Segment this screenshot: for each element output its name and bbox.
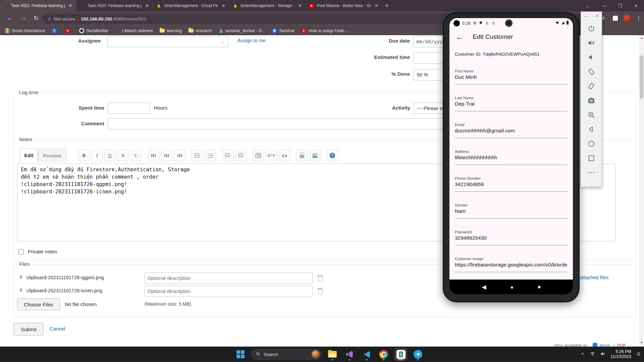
emulator-button[interactable] [394, 348, 407, 361]
reload-button[interactable]: ↻ [34, 14, 39, 22]
bookmark-redmine[interactable]: Lifetech redmine [115, 28, 153, 33]
assignee-select[interactable]: ⌄ [107, 36, 228, 47]
volume-down-icon[interactable] [587, 53, 596, 62]
strikethrough-button[interactable]: S [117, 150, 129, 161]
numbered-list-button[interactable]: 123 [205, 150, 216, 161]
last-name-field[interactable]: Last Name Dep Trai [455, 96, 568, 111]
preformatted-button[interactable]: pre [266, 150, 277, 161]
emulator-back-icon[interactable] [587, 125, 596, 134]
new-tab-button[interactable]: + [385, 2, 389, 9]
zoom-icon[interactable] [587, 111, 596, 119]
customer-image-field[interactable]: Customer Image https://firebasestorage.g… [455, 257, 568, 272]
tab-task-521[interactable]: Task #521: Firebase learning pha ✕ [0, 0, 76, 11]
start-button[interactable] [234, 348, 247, 361]
h1-button[interactable]: H1 [148, 150, 159, 161]
telegram-button[interactable] [412, 348, 424, 361]
assign-to-me-link[interactable]: Assign to me [237, 38, 266, 43]
italic-button[interactable]: I [91, 150, 103, 161]
insert-image-button[interactable] [309, 150, 321, 161]
tray-chevron-icon[interactable] [580, 351, 585, 357]
bookmark-research[interactable]: research [189, 28, 212, 33]
tab-close-icon[interactable]: ✕ [144, 3, 150, 8]
extension-icon[interactable] [613, 16, 618, 21]
taskbar-search[interactable]: Search [251, 349, 322, 360]
help-button[interactable]: ? [327, 150, 338, 161]
window-minimize-icon[interactable]: — [602, 0, 607, 11]
taskbar-clock[interactable]: 5:26 PM 11/10/2023 [610, 349, 631, 359]
h2-button[interactable]: H2 [161, 150, 172, 161]
tab-youtube[interactable]: Post Malone - Better Now - You ✕ [306, 0, 382, 11]
bold-button[interactable]: B [78, 150, 90, 161]
h3-button[interactable]: H3 [174, 150, 185, 161]
tab-cloud-firestore[interactable]: OrderManagement - Cloud Fires ✕ [153, 0, 229, 11]
tab-edit[interactable]: Edit [20, 148, 38, 162]
window-restore-icon[interactable]: ❐ [618, 0, 622, 11]
more-options-icon[interactable] [587, 168, 596, 177]
attach-image-button[interactable] [296, 150, 308, 161]
first-name-field[interactable]: First Name Duc Minh [455, 69, 568, 84]
panel-close-icon[interactable]: × [596, 13, 598, 18]
bookmark-facebook[interactable]: f [52, 28, 59, 33]
bullet-list-button[interactable] [192, 150, 203, 161]
password-field[interactable]: Password 32948925430 [455, 230, 568, 245]
back-button[interactable]: ← [7, 14, 13, 21]
spent-time-input[interactable] [108, 103, 150, 114]
bookmark-learning[interactable]: learning [160, 28, 181, 33]
screenshot-camera-icon[interactable] [587, 96, 596, 105]
bookmark-github[interactable]: DucMinhNe [79, 28, 108, 33]
tab-close-icon[interactable]: ✕ [221, 3, 226, 8]
android-back-button[interactable]: ◀ [482, 284, 486, 291]
cancel-link[interactable]: Cancel [50, 326, 65, 331]
kebab-menu-icon[interactable]: ⋮ [636, 15, 641, 21]
delete-file-icon[interactable] [318, 288, 323, 294]
underline-button[interactable]: U [104, 150, 116, 161]
file-description-input[interactable] [145, 286, 313, 297]
android-home-button[interactable]: ● [511, 284, 514, 290]
volume-up-icon[interactable] [587, 39, 596, 47]
code-c-button[interactable]: C [130, 150, 142, 161]
bookmark-smart-attendance[interactable]: Smart Attendance [5, 28, 45, 33]
gender-field[interactable]: Gender Nam [455, 203, 568, 219]
file-explorer-button[interactable] [326, 348, 339, 361]
bookmark-youtube[interactable] [65, 28, 72, 33]
tab-close-icon[interactable]: ✕ [374, 3, 379, 8]
window-close-icon[interactable]: ✕ [634, 0, 638, 11]
vscode-button[interactable] [360, 348, 373, 361]
chrome-button[interactable] [377, 348, 390, 361]
choose-files-button[interactable]: Choose Files [17, 298, 60, 310]
panel-minimize-icon[interactable]: – [584, 13, 587, 18]
rotate-right-icon[interactable] [587, 82, 596, 90]
visual-studio-button[interactable] [343, 348, 356, 361]
power-icon[interactable] [587, 24, 596, 33]
forward-button[interactable]: → [20, 14, 26, 21]
private-notes-checkbox[interactable] [18, 249, 24, 254]
emulator-home-icon[interactable] [587, 139, 596, 148]
tab-task-520[interactable]: Task #520: Firebase learning pha ✕ [76, 0, 153, 11]
indent-button[interactable] [235, 150, 247, 161]
outdent-button[interactable] [222, 150, 233, 161]
bookmark-seminar-docker[interactable]: seminar_docker - G... [218, 28, 265, 33]
back-arrow-icon[interactable]: ← [455, 33, 463, 42]
file-description-input[interactable] [145, 273, 313, 284]
tab-storage[interactable]: OrderManagement - Storage - F ✕ [229, 0, 306, 11]
bookmark-how-to-setup[interactable]: How to setup Fireb... [302, 28, 347, 33]
emulator-overview-icon[interactable] [587, 154, 596, 163]
tray-volume-icon[interactable] [600, 351, 606, 358]
email-field[interactable]: Email ducminhhhhh@gmail.com [455, 123, 568, 138]
scrollbar-thumb[interactable] [640, 55, 643, 99]
scroll-up-icon[interactable]: ▲ [640, 36, 643, 40]
table-button[interactable] [253, 150, 264, 161]
notification-bell-icon[interactable] [636, 351, 641, 358]
tab-preview[interactable]: Preview [38, 149, 67, 162]
tab-close-icon[interactable]: ✕ [68, 3, 73, 8]
profile-avatar[interactable] [623, 14, 632, 23]
inline-code-button[interactable]: <> [279, 150, 290, 161]
tray-wifi-icon[interactable] [590, 351, 595, 358]
rotate-left-icon[interactable] [587, 67, 596, 76]
bookmark-seminar[interactable]: Seminar [272, 28, 295, 33]
scroll-down-icon[interactable]: ▼ [640, 341, 643, 344]
delete-file-icon[interactable] [318, 275, 323, 281]
submit-button[interactable]: Submit [13, 323, 44, 336]
android-overview-button[interactable]: ■ [538, 284, 540, 290]
window-menu-icon[interactable]: ⌄ [586, 0, 589, 11]
